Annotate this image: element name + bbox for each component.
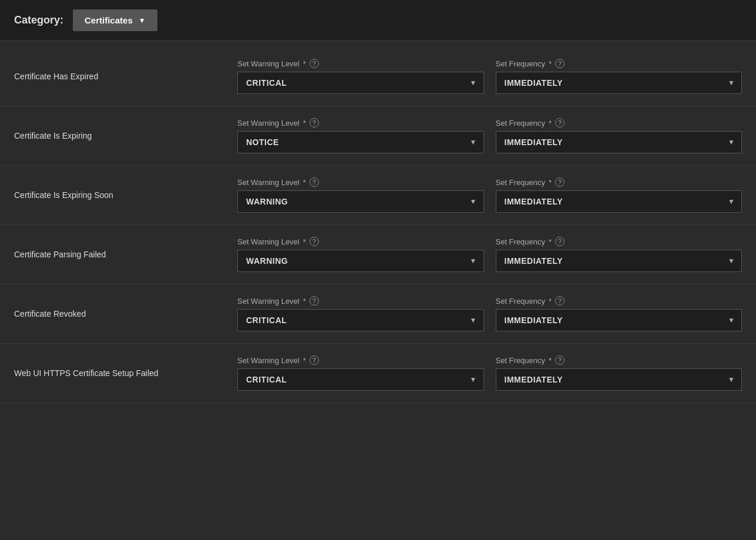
frequency-block-certificate-revoked: Set Frequency *?IMMEDIATELYHOURLYDAILYWE… [496, 296, 742, 331]
warning-level-help-icon-web-ui-https-certificate-setup-failed[interactable]: ? [310, 355, 319, 365]
frequency-help-icon-certificate-parsing-failed[interactable]: ? [555, 237, 565, 246]
warning-level-required-certificate-has-expired: * [303, 59, 306, 68]
frequency-label-row-certificate-is-expiring: Set Frequency *? [496, 118, 742, 128]
warning-level-label-certificate-revoked: Set Warning Level [237, 297, 300, 306]
frequency-required-certificate-is-expiring: * [549, 119, 552, 128]
controls-group-web-ui-https-certificate-setup-failed: Set Warning Level *?CRITICALWARNINGNOTIC… [237, 355, 742, 391]
frequency-select-certificate-revoked[interactable]: IMMEDIATELYHOURLYDAILYWEEKLY [496, 309, 742, 331]
frequency-block-certificate-is-expiring-soon: Set Frequency *?IMMEDIATELYHOURLYDAILYWE… [496, 177, 742, 213]
frequency-select-certificate-is-expiring-soon[interactable]: IMMEDIATELYHOURLYDAILYWEEKLY [496, 190, 742, 213]
frequency-help-icon-certificate-is-expiring-soon[interactable]: ? [555, 177, 565, 187]
warning-level-label-certificate-is-expiring: Set Warning Level [237, 119, 300, 128]
frequency-block-certificate-parsing-failed: Set Frequency *?IMMEDIATELYHOURLYDAILYWE… [496, 237, 742, 272]
frequency-help-icon-certificate-is-expiring[interactable]: ? [555, 118, 565, 128]
frequency-select-wrapper-certificate-is-expiring-soon: IMMEDIATELYHOURLYDAILYWEEKLY▼ [496, 190, 742, 213]
frequency-label-certificate-is-expiring: Set Frequency [496, 119, 546, 128]
warning-level-help-icon-certificate-parsing-failed[interactable]: ? [310, 237, 319, 246]
frequency-help-icon-certificate-has-expired[interactable]: ? [555, 59, 565, 68]
warning-level-select-wrapper-certificate-is-expiring: CRITICALWARNINGNOTICEINFO▼ [237, 131, 484, 153]
warning-level-help-icon-certificate-revoked[interactable]: ? [310, 296, 319, 306]
warning-level-select-certificate-parsing-failed[interactable]: CRITICALWARNINGNOTICEINFO [237, 250, 484, 272]
row-label-certificate-has-expired: Certificate Has Expired [14, 72, 237, 81]
warning-level-label-row-certificate-is-expiring: Set Warning Level *? [237, 118, 484, 128]
warning-level-label-row-certificate-is-expiring-soon: Set Warning Level *? [237, 177, 484, 187]
warning-level-required-certificate-is-expiring: * [303, 119, 306, 128]
warning-level-label-row-certificate-revoked: Set Warning Level *? [237, 296, 484, 306]
frequency-select-wrapper-certificate-parsing-failed: IMMEDIATELYHOURLYDAILYWEEKLY▼ [496, 250, 742, 272]
row-certificate-parsing-failed: Certificate Parsing FailedSet Warning Le… [0, 225, 756, 284]
warning-level-label-certificate-has-expired: Set Warning Level [237, 59, 300, 68]
frequency-required-certificate-is-expiring-soon: * [549, 178, 552, 187]
frequency-label-row-certificate-is-expiring-soon: Set Frequency *? [496, 177, 742, 187]
frequency-required-web-ui-https-certificate-setup-failed: * [549, 356, 552, 365]
row-label-certificate-is-expiring-soon: Certificate Is Expiring Soon [14, 190, 237, 200]
controls-group-certificate-parsing-failed: Set Warning Level *?CRITICALWARNINGNOTIC… [237, 237, 742, 272]
category-label: Category: [14, 14, 63, 26]
warning-level-required-certificate-is-expiring-soon: * [303, 178, 306, 187]
warning-level-required-certificate-parsing-failed: * [303, 237, 306, 246]
frequency-label-row-certificate-has-expired: Set Frequency *? [496, 59, 742, 68]
warning-level-select-certificate-is-expiring[interactable]: CRITICALWARNINGNOTICEINFO [237, 131, 484, 153]
warning-level-label-row-web-ui-https-certificate-setup-failed: Set Warning Level *? [237, 355, 484, 365]
frequency-required-certificate-parsing-failed: * [549, 237, 552, 246]
row-label-certificate-is-expiring: Certificate Is Expiring [14, 131, 237, 140]
row-certificate-is-expiring: Certificate Is ExpiringSet Warning Level… [0, 106, 756, 166]
content-area: Certificate Has ExpiredSet Warning Level… [0, 41, 756, 409]
frequency-label-row-certificate-parsing-failed: Set Frequency *? [496, 237, 742, 246]
warning-level-label-certificate-parsing-failed: Set Warning Level [237, 237, 300, 246]
warning-level-select-certificate-has-expired[interactable]: CRITICALWARNINGNOTICEINFO [237, 72, 484, 94]
warning-level-block-certificate-is-expiring-soon: Set Warning Level *?CRITICALWARNINGNOTIC… [237, 177, 484, 213]
warning-level-block-web-ui-https-certificate-setup-failed: Set Warning Level *?CRITICALWARNINGNOTIC… [237, 355, 484, 391]
warning-level-select-wrapper-certificate-parsing-failed: CRITICALWARNINGNOTICEINFO▼ [237, 250, 484, 272]
warning-level-required-certificate-revoked: * [303, 297, 306, 306]
warning-level-select-wrapper-certificate-has-expired: CRITICALWARNINGNOTICEINFO▼ [237, 72, 484, 94]
frequency-required-certificate-has-expired: * [549, 59, 552, 68]
frequency-label-row-certificate-revoked: Set Frequency *? [496, 296, 742, 306]
warning-level-required-web-ui-https-certificate-setup-failed: * [303, 356, 306, 365]
frequency-select-wrapper-certificate-revoked: IMMEDIATELYHOURLYDAILYWEEKLY▼ [496, 309, 742, 331]
warning-level-help-icon-certificate-is-expiring-soon[interactable]: ? [310, 177, 319, 187]
frequency-select-wrapper-certificate-is-expiring: IMMEDIATELYHOURLYDAILYWEEKLY▼ [496, 131, 742, 153]
warning-level-select-web-ui-https-certificate-setup-failed[interactable]: CRITICALWARNINGNOTICEINFO [237, 368, 484, 391]
row-certificate-is-expiring-soon: Certificate Is Expiring SoonSet Warning … [0, 166, 756, 225]
warning-level-select-certificate-revoked[interactable]: CRITICALWARNINGNOTICEINFO [237, 309, 484, 331]
warning-level-help-icon-certificate-has-expired[interactable]: ? [310, 59, 319, 68]
page-header: Category: Certificates ▼ [0, 0, 756, 41]
frequency-label-certificate-parsing-failed: Set Frequency [496, 237, 546, 246]
chevron-down-icon: ▼ [139, 16, 146, 25]
row-certificate-revoked: Certificate RevokedSet Warning Level *?C… [0, 284, 756, 344]
frequency-help-icon-web-ui-https-certificate-setup-failed[interactable]: ? [555, 355, 565, 365]
warning-level-block-certificate-parsing-failed: Set Warning Level *?CRITICALWARNINGNOTIC… [237, 237, 484, 272]
frequency-label-web-ui-https-certificate-setup-failed: Set Frequency [496, 356, 546, 365]
frequency-label-certificate-has-expired: Set Frequency [496, 59, 546, 68]
controls-group-certificate-is-expiring-soon: Set Warning Level *?CRITICALWARNINGNOTIC… [237, 177, 742, 213]
row-label-certificate-parsing-failed: Certificate Parsing Failed [14, 250, 237, 259]
warning-level-select-wrapper-web-ui-https-certificate-setup-failed: CRITICALWARNINGNOTICEINFO▼ [237, 368, 484, 391]
controls-group-certificate-revoked: Set Warning Level *?CRITICALWARNINGNOTIC… [237, 296, 742, 331]
warning-level-block-certificate-revoked: Set Warning Level *?CRITICALWARNINGNOTIC… [237, 296, 484, 331]
warning-level-block-certificate-has-expired: Set Warning Level *?CRITICALWARNINGNOTIC… [237, 59, 484, 94]
warning-level-select-certificate-is-expiring-soon[interactable]: CRITICALWARNINGNOTICEINFO [237, 190, 484, 213]
row-label-web-ui-https-certificate-setup-failed: Web UI HTTPS Certificate Setup Failed [14, 368, 237, 378]
controls-group-certificate-has-expired: Set Warning Level *?CRITICALWARNINGNOTIC… [237, 59, 742, 94]
category-dropdown[interactable]: Certificates ▼ [73, 9, 157, 31]
frequency-help-icon-certificate-revoked[interactable]: ? [555, 296, 565, 306]
warning-level-select-wrapper-certificate-is-expiring-soon: CRITICALWARNINGNOTICEINFO▼ [237, 190, 484, 213]
warning-level-select-wrapper-certificate-revoked: CRITICALWARNINGNOTICEINFO▼ [237, 309, 484, 331]
frequency-select-certificate-is-expiring[interactable]: IMMEDIATELYHOURLYDAILYWEEKLY [496, 131, 742, 153]
warning-level-label-row-certificate-has-expired: Set Warning Level *? [237, 59, 484, 68]
frequency-select-certificate-has-expired[interactable]: IMMEDIATELYHOURLYDAILYWEEKLY [496, 72, 742, 94]
frequency-block-certificate-is-expiring: Set Frequency *?IMMEDIATELYHOURLYDAILYWE… [496, 118, 742, 153]
warning-level-help-icon-certificate-is-expiring[interactable]: ? [310, 118, 319, 128]
frequency-label-certificate-is-expiring-soon: Set Frequency [496, 178, 546, 187]
row-web-ui-https-certificate-setup-failed: Web UI HTTPS Certificate Setup FailedSet… [0, 344, 756, 403]
warning-level-label-certificate-is-expiring-soon: Set Warning Level [237, 178, 300, 187]
category-dropdown-label: Certificates [85, 15, 133, 25]
row-certificate-has-expired: Certificate Has ExpiredSet Warning Level… [0, 47, 756, 106]
frequency-select-web-ui-https-certificate-setup-failed[interactable]: IMMEDIATELYHOURLYDAILYWEEKLY [496, 368, 742, 391]
frequency-select-certificate-parsing-failed[interactable]: IMMEDIATELYHOURLYDAILYWEEKLY [496, 250, 742, 272]
controls-group-certificate-is-expiring: Set Warning Level *?CRITICALWARNINGNOTIC… [237, 118, 742, 153]
warning-level-label-web-ui-https-certificate-setup-failed: Set Warning Level [237, 356, 300, 365]
frequency-required-certificate-revoked: * [549, 297, 552, 306]
warning-level-block-certificate-is-expiring: Set Warning Level *?CRITICALWARNINGNOTIC… [237, 118, 484, 153]
